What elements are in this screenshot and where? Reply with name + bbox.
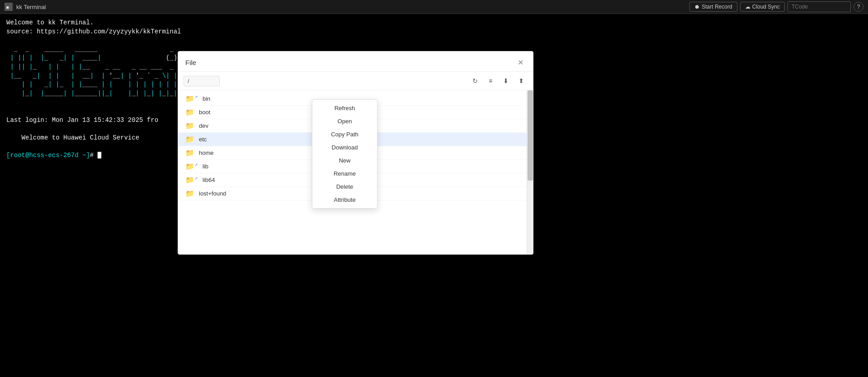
app-title: kk Terminal bbox=[16, 4, 46, 10]
file-name: home bbox=[199, 149, 214, 156]
help-icon: ? bbox=[857, 4, 860, 10]
cloud-sync-label: Cloud Sync bbox=[752, 4, 780, 10]
download-icon: ⬇ bbox=[503, 77, 509, 84]
titlebar: ▣ kk Terminal ⏺ Start Record ☁ Cloud Syn… bbox=[0, 0, 868, 14]
folder-icon: 📁↗ bbox=[185, 94, 198, 103]
refresh-icon: ↻ bbox=[472, 77, 478, 84]
context-menu-item-open[interactable]: Open bbox=[312, 115, 377, 128]
close-icon: ✕ bbox=[518, 58, 524, 67]
app-icon: ▣ bbox=[5, 3, 13, 11]
dialog-header: File ✕ bbox=[178, 51, 533, 72]
folder-icon: 📁 bbox=[185, 121, 194, 130]
file-name: boot bbox=[199, 109, 210, 116]
context-menu-item-attribute[interactable]: Attribute bbox=[312, 193, 377, 206]
context-menu-item-refresh[interactable]: Refresh bbox=[312, 102, 377, 115]
file-name: bin bbox=[203, 95, 210, 102]
tcode-input[interactable] bbox=[788, 1, 851, 12]
upload-button[interactable]: ⬆ bbox=[515, 74, 528, 87]
file-name: dev bbox=[199, 122, 208, 129]
context-menu-item-delete[interactable]: Delete bbox=[312, 180, 377, 193]
record-icon: ⏺ bbox=[694, 4, 700, 10]
file-name: etc bbox=[199, 136, 207, 143]
folder-icon: 📁 bbox=[185, 135, 194, 144]
path-display: / bbox=[184, 76, 220, 86]
folder-icon: 📁 bbox=[185, 149, 194, 157]
dialog-toolbar: / ↻ ≡ ⬇ ⬆ bbox=[178, 72, 533, 90]
dialog-title: File bbox=[185, 59, 196, 66]
titlebar-left: ▣ kk Terminal bbox=[5, 3, 46, 11]
cloud-sync-button[interactable]: ☁ Cloud Sync bbox=[740, 2, 785, 12]
folder-icon: 📁↗ bbox=[185, 176, 198, 184]
context-menu-item-new[interactable]: New bbox=[312, 154, 377, 167]
folder-icon: 📁 bbox=[185, 108, 194, 116]
help-button[interactable]: ? bbox=[854, 2, 863, 12]
titlebar-right: ⏺ Start Record ☁ Cloud Sync ? bbox=[689, 1, 863, 12]
upload-icon: ⬆ bbox=[519, 77, 524, 84]
svg-text:▣: ▣ bbox=[6, 5, 9, 9]
file-name: lost+found bbox=[199, 190, 226, 197]
download-button[interactable]: ⬇ bbox=[500, 74, 512, 87]
file-name: lib bbox=[203, 163, 208, 170]
list-icon: ≡ bbox=[489, 77, 492, 84]
folder-icon: 📁↗ bbox=[185, 162, 198, 171]
refresh-button[interactable]: ↻ bbox=[469, 74, 481, 87]
scrollbar[interactable] bbox=[527, 90, 533, 254]
toolbar-icons: ↻ ≡ ⬇ ⬆ bbox=[469, 74, 528, 87]
context-menu-item-copy-path[interactable]: Copy Path bbox=[312, 128, 377, 141]
file-name: lib64 bbox=[203, 177, 215, 183]
start-record-button[interactable]: ⏺ Start Record bbox=[689, 2, 737, 12]
list-view-button[interactable]: ≡ bbox=[484, 74, 497, 87]
context-menu: RefreshOpenCopy PathDownloadNewRenameDel… bbox=[312, 99, 377, 209]
folder-icon: 📁 bbox=[185, 189, 194, 198]
context-menu-item-rename[interactable]: Rename bbox=[312, 167, 377, 180]
dialog-close-button[interactable]: ✕ bbox=[515, 57, 526, 68]
scrollbar-thumb[interactable] bbox=[528, 90, 533, 181]
start-record-label: Start Record bbox=[702, 4, 732, 10]
context-menu-item-download[interactable]: Download bbox=[312, 141, 377, 154]
cloud-icon: ☁ bbox=[745, 4, 750, 10]
